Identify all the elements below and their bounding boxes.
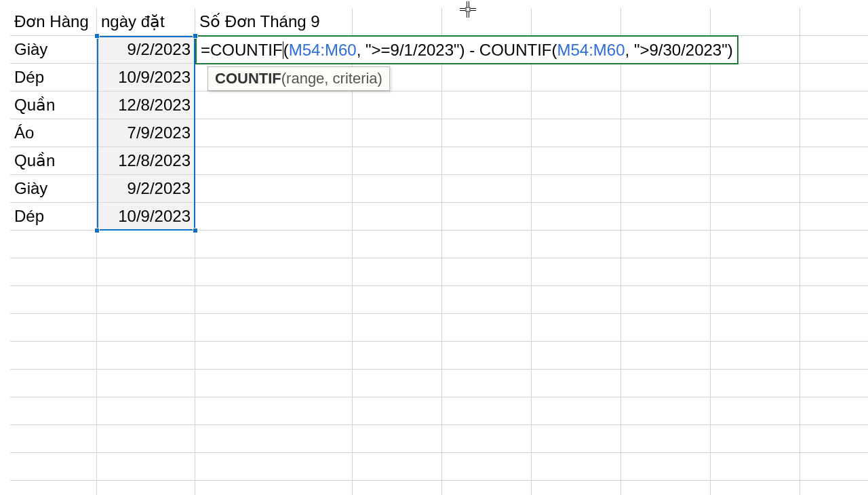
cell[interactable]: [10, 342, 97, 370]
cell[interactable]: [532, 203, 621, 231]
cell[interactable]: [442, 314, 532, 342]
cell[interactable]: [800, 397, 868, 425]
cell[interactable]: [442, 64, 532, 92]
cell[interactable]: [442, 147, 532, 175]
cell[interactable]: [353, 175, 442, 203]
cell[interactable]: [353, 8, 442, 36]
cell[interactable]: [10, 453, 97, 481]
cell[interactable]: [800, 342, 868, 370]
cell[interactable]: [621, 231, 711, 258]
cell[interactable]: [10, 258, 97, 286]
cell[interactable]: [442, 370, 532, 397]
header-product[interactable]: Đơn Hàng: [10, 8, 97, 36]
cell[interactable]: [532, 453, 621, 481]
cell[interactable]: [353, 92, 442, 119]
cell[interactable]: [711, 175, 800, 203]
cell[interactable]: [353, 397, 442, 425]
cell-product[interactable]: Dép: [10, 64, 97, 92]
cell-product[interactable]: Dép: [10, 203, 97, 231]
selection-handle[interactable]: [193, 33, 198, 39]
cell-date[interactable]: 7/9/2023: [97, 119, 195, 147]
cell[interactable]: [621, 8, 711, 36]
cell[interactable]: [195, 147, 353, 175]
cell[interactable]: [10, 425, 97, 453]
cell[interactable]: [353, 231, 442, 258]
cell[interactable]: [442, 286, 532, 314]
cell[interactable]: [532, 258, 621, 286]
cell[interactable]: [532, 342, 621, 370]
cell[interactable]: [442, 175, 532, 203]
cell[interactable]: [621, 92, 711, 119]
cell[interactable]: [10, 286, 97, 314]
cell-date[interactable]: 9/2/2023: [97, 36, 195, 64]
cell[interactable]: [442, 8, 532, 36]
cell[interactable]: [442, 453, 532, 481]
header-date[interactable]: ngày đặt: [97, 8, 195, 36]
cell[interactable]: [711, 314, 800, 342]
cell[interactable]: [711, 425, 800, 453]
cell[interactable]: [353, 258, 442, 286]
cell[interactable]: [532, 397, 621, 425]
cell-product[interactable]: Giày: [10, 36, 97, 64]
cell[interactable]: [532, 481, 621, 495]
cell[interactable]: [353, 425, 442, 453]
cell[interactable]: [97, 481, 195, 495]
cell[interactable]: [10, 370, 97, 397]
cell[interactable]: [442, 397, 532, 425]
cell[interactable]: [621, 119, 711, 147]
cell-date[interactable]: 12/8/2023: [97, 92, 195, 119]
cell[interactable]: [800, 36, 868, 64]
cell[interactable]: [97, 342, 195, 370]
cell[interactable]: [195, 92, 353, 119]
cell[interactable]: [800, 453, 868, 481]
cell[interactable]: [195, 342, 353, 370]
cell[interactable]: [195, 203, 353, 231]
cell[interactable]: [353, 314, 442, 342]
cell[interactable]: [532, 8, 621, 36]
cell[interactable]: [532, 231, 621, 258]
selection-handle[interactable]: [94, 228, 100, 233]
cell[interactable]: [532, 92, 621, 119]
cell-date[interactable]: 10/9/2023: [97, 203, 195, 231]
cell[interactable]: [10, 397, 97, 425]
cell[interactable]: [621, 314, 711, 342]
cell-product[interactable]: Áo: [10, 119, 97, 147]
cell[interactable]: [711, 64, 800, 92]
cell[interactable]: [532, 147, 621, 175]
cell[interactable]: [97, 231, 195, 258]
cell[interactable]: [800, 481, 868, 495]
cell[interactable]: [800, 231, 868, 258]
cell[interactable]: [442, 258, 532, 286]
cell[interactable]: [800, 119, 868, 147]
cell[interactable]: [97, 258, 195, 286]
cell[interactable]: [195, 231, 353, 258]
cell[interactable]: [442, 231, 532, 258]
cell[interactable]: [621, 175, 711, 203]
cell[interactable]: [353, 286, 442, 314]
cell[interactable]: [621, 370, 711, 397]
cell[interactable]: [800, 8, 868, 36]
cell[interactable]: [800, 147, 868, 175]
cell[interactable]: [711, 258, 800, 286]
cell[interactable]: [353, 342, 442, 370]
cell[interactable]: [711, 481, 800, 495]
cell[interactable]: [532, 314, 621, 342]
cell[interactable]: [621, 203, 711, 231]
cell[interactable]: [442, 119, 532, 147]
cell[interactable]: [195, 481, 353, 495]
spreadsheet-grid[interactable]: Đơn Hàngngày đặtSố Đơn Tháng 9Giày9/2/20…: [0, 0, 868, 495]
cell[interactable]: [800, 258, 868, 286]
cell[interactable]: [442, 342, 532, 370]
cell[interactable]: [10, 231, 97, 258]
cell[interactable]: [621, 64, 711, 92]
cell[interactable]: [532, 425, 621, 453]
cell[interactable]: [353, 147, 442, 175]
cell[interactable]: [621, 453, 711, 481]
cell[interactable]: [442, 203, 532, 231]
cell[interactable]: [711, 453, 800, 481]
cell[interactable]: [711, 147, 800, 175]
cell[interactable]: [195, 425, 353, 453]
cell[interactable]: [195, 314, 353, 342]
cell-date[interactable]: 10/9/2023: [97, 64, 195, 92]
formula-editing-cell[interactable]: =COUNTIF(M54:M60, ">=9/1/2023") - COUNTI…: [195, 35, 738, 64]
